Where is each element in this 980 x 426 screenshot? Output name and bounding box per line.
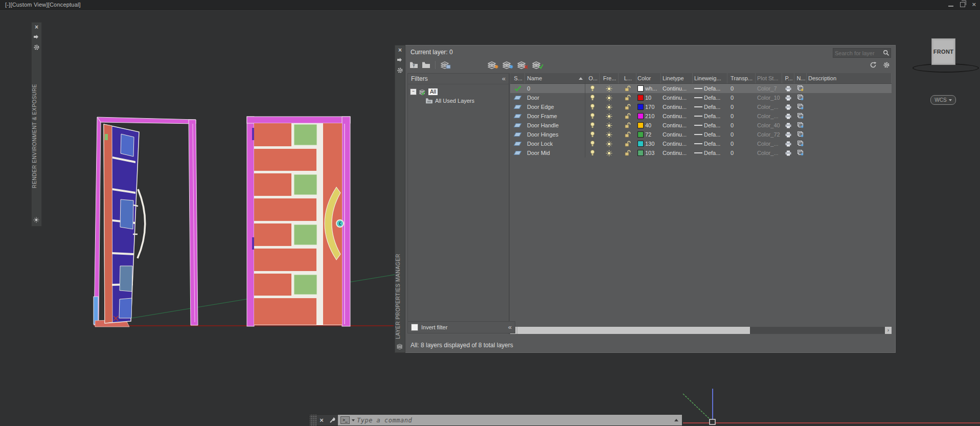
lightbulb-on-icon[interactable] <box>590 94 595 101</box>
column-header-10[interactable]: P... <box>782 73 794 83</box>
layer-vp-freeze-cell[interactable] <box>794 84 807 93</box>
printer-icon[interactable] <box>785 114 791 119</box>
vp-freeze-icon[interactable] <box>797 150 804 156</box>
sort-ascending-icon[interactable] <box>579 77 583 80</box>
layer-freeze-cell[interactable] <box>600 139 619 148</box>
palette-title-bar[interactable]: × LAYER PROPERTIES MANAGER <box>395 45 405 353</box>
color-swatch[interactable] <box>637 122 644 128</box>
layer-lock-cell[interactable] <box>619 102 636 111</box>
printer-icon[interactable] <box>785 150 791 156</box>
layer-on-cell[interactable] <box>585 111 600 121</box>
sun-thaw-icon[interactable] <box>606 131 612 138</box>
printer-icon[interactable] <box>785 132 791 138</box>
layer-linetype-cell[interactable]: Continu... <box>661 139 693 148</box>
layer-vp-freeze-cell[interactable] <box>794 121 807 130</box>
layer-transparency-cell[interactable]: 0 <box>727 148 756 158</box>
collapse-invert-icon[interactable]: « <box>508 325 512 330</box>
layer-transparency-cell[interactable]: 0 <box>727 84 756 93</box>
horizontal-scrollbar[interactable]: ‹ › <box>510 327 892 334</box>
layer-row[interactable]: Door 10 Continu... Defa... <box>510 93 892 102</box>
layer-transparency-cell[interactable]: 0 <box>727 111 756 121</box>
layer-color-cell[interactable]: 10 <box>636 93 661 102</box>
layer-lineweight-cell[interactable]: Defa... <box>693 93 727 102</box>
close-icon[interactable]: × <box>32 24 41 31</box>
lightbulb-on-icon[interactable] <box>590 140 595 147</box>
layer-color-cell[interactable]: wh... <box>636 84 661 93</box>
sun-thaw-icon[interactable] <box>606 150 612 156</box>
search-icon[interactable] <box>883 50 890 56</box>
layer-row[interactable]: 0 wh... Continu... Defa... <box>510 84 892 93</box>
layer-color-cell[interactable]: 72 <box>636 130 661 139</box>
layer-row[interactable]: Door Lock 130 Continu... Defa <box>510 139 892 148</box>
close-icon[interactable]: × <box>395 47 405 54</box>
layer-linetype-cell[interactable]: Continu... <box>661 130 693 139</box>
invert-filter-checkbox[interactable] <box>411 324 418 331</box>
layer-description-cell[interactable] <box>807 148 892 158</box>
layer-name[interactable]: Door Mid <box>525 148 585 158</box>
layer-color-cell[interactable]: 103 <box>636 148 661 158</box>
vp-freeze-icon[interactable] <box>797 131 804 138</box>
layer-transparency-cell[interactable]: 0 <box>727 139 756 148</box>
column-header-3[interactable]: Fre... <box>600 73 619 83</box>
viewcube[interactable]: FRONT <box>931 38 955 65</box>
delete-layer-button[interactable] <box>517 61 529 69</box>
minimize-icon[interactable] <box>948 6 953 7</box>
layer-description-cell[interactable] <box>807 130 892 139</box>
layer-on-cell[interactable] <box>585 148 600 158</box>
layer-on-cell[interactable] <box>585 93 600 102</box>
layer-transparency-cell[interactable]: 0 <box>727 93 756 102</box>
layer-color-cell[interactable]: 170 <box>636 102 661 111</box>
layer-search[interactable] <box>833 48 891 58</box>
restore-icon[interactable] <box>960 2 965 7</box>
printer-icon[interactable] <box>785 141 791 147</box>
filter-tree-item-all-used[interactable]: All Used Layers <box>425 96 507 105</box>
refresh-icon[interactable] <box>870 61 877 69</box>
color-swatch[interactable] <box>637 150 644 156</box>
sun-thaw-icon[interactable] <box>606 122 612 129</box>
scroll-right-icon[interactable]: › <box>885 327 892 334</box>
column-header-0[interactable]: S... <box>510 73 525 83</box>
lightbulb-on-icon[interactable] <box>590 131 595 138</box>
layer-on-cell[interactable] <box>585 121 600 130</box>
wcs-dropdown[interactable]: WCS <box>930 95 956 105</box>
sun-thaw-icon[interactable] <box>606 85 612 92</box>
layer-on-cell[interactable] <box>585 130 600 139</box>
layer-name[interactable]: Door <box>525 93 585 102</box>
scrollbar-thumb[interactable] <box>517 327 750 334</box>
layer-transparency-cell[interactable]: 0 <box>727 102 756 111</box>
layer-freeze-cell[interactable] <box>600 130 619 139</box>
layer-lineweight-cell[interactable]: Defa... <box>693 130 727 139</box>
column-header-4[interactable]: L... <box>619 73 636 83</box>
render-environment-panel-strip[interactable]: × RENDER ENVIRONMENT & EXPOSURE <box>31 22 42 227</box>
layer-description-cell[interactable] <box>807 102 892 111</box>
new-layer-button[interactable] <box>488 61 499 69</box>
layer-description-cell[interactable] <box>807 84 892 93</box>
layer-lineweight-cell[interactable]: Defa... <box>693 102 727 111</box>
layer-lock-cell[interactable] <box>619 93 636 102</box>
layer-on-cell[interactable] <box>585 139 600 148</box>
printer-icon[interactable] <box>785 95 791 101</box>
lightbulb-on-icon[interactable] <box>590 122 595 129</box>
column-header-12[interactable]: Description <box>807 73 892 83</box>
sun-thaw-icon[interactable] <box>606 141 612 147</box>
layer-description-cell[interactable] <box>807 139 892 148</box>
layer-color-cell[interactable]: 210 <box>636 111 661 121</box>
layer-status-cell[interactable] <box>510 102 525 111</box>
layer-status-cell[interactable] <box>510 93 525 102</box>
layer-lineweight-cell[interactable]: Defa... <box>693 84 727 93</box>
color-swatch[interactable] <box>637 113 644 119</box>
vp-freeze-icon[interactable] <box>797 85 804 92</box>
customize-wrench-icon[interactable] <box>327 415 338 425</box>
layer-transparency-cell[interactable]: 0 <box>727 121 756 130</box>
command-input-area[interactable]: >_ Type a command <box>338 415 682 425</box>
filter-tree-item-all[interactable]: − All <box>410 87 507 96</box>
unlock-icon[interactable] <box>625 95 631 101</box>
pin-icon[interactable] <box>397 57 403 63</box>
layer-name[interactable]: Door Hinges <box>525 130 585 139</box>
unlock-icon[interactable] <box>625 85 631 92</box>
column-header-5[interactable]: Color <box>636 73 661 83</box>
search-input[interactable] <box>833 50 883 56</box>
color-swatch[interactable] <box>637 85 644 92</box>
layer-linetype-cell[interactable]: Continu... <box>661 93 693 102</box>
collapse-filters-icon[interactable]: « <box>502 76 506 81</box>
